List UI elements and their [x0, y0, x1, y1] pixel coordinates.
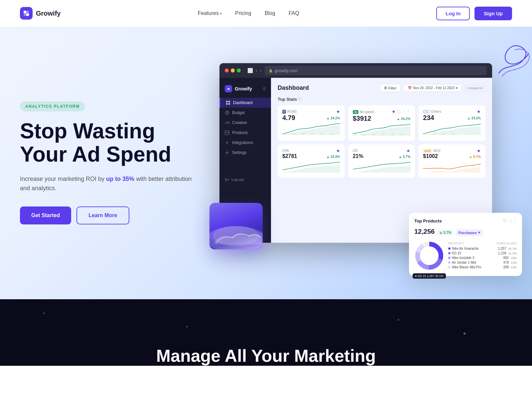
- nav-faq[interactable]: FAQ: [289, 10, 299, 16]
- svg-point-10: [226, 152, 228, 153]
- sidebar-item-integrations[interactable]: Integrations: [219, 138, 271, 148]
- cr-value: 21%: [353, 153, 363, 159]
- svg-text:05: 05: [321, 132, 323, 135]
- get-started-button[interactable]: Get Started: [20, 206, 71, 224]
- dropdown-chevron: ▾: [478, 230, 480, 235]
- cpa-change: ▲ 24.9%: [327, 155, 340, 159]
- orders-value: 234: [423, 114, 434, 122]
- star-dot-3: [398, 319, 399, 321]
- donut-tooltip: ● KD 15 1,257 30.1%: [413, 273, 446, 279]
- chevron-down-icon: ▾: [220, 12, 222, 15]
- filter-button[interactable]: ⊞ Filter: [380, 84, 401, 92]
- top-stats-label: Top Stats ⓘ: [278, 97, 485, 102]
- app-name: Growify: [235, 86, 252, 91]
- orders-change: ▲ 24.2%: [467, 116, 481, 120]
- cr-label: CR: [353, 149, 357, 153]
- cloud-svg: [213, 228, 263, 244]
- svg-text:01: 01: [424, 132, 426, 135]
- dot-5: [448, 266, 451, 268]
- svg-text:03: 03: [443, 132, 445, 135]
- floating-image-card: [209, 203, 263, 249]
- purchases-dropdown[interactable]: Purchases ▾: [456, 229, 483, 236]
- signup-button[interactable]: Sign Up: [474, 7, 512, 20]
- bottom-section: Manage All Your Marketing: [0, 299, 532, 366]
- tp-info-icon: ⓘ: [503, 218, 507, 224]
- budget-icon: [225, 110, 229, 115]
- chevron-icon: ▾: [456, 86, 458, 90]
- login-button[interactable]: Log In: [436, 7, 470, 20]
- orders-label: ⬡⬡ Orders: [423, 109, 441, 114]
- svg-text:04: 04: [381, 133, 384, 136]
- svg-rect-0: [24, 11, 26, 13]
- star-icon5: ★: [406, 148, 410, 153]
- sidebar-item-products[interactable]: Products: [219, 128, 271, 138]
- svg-text:01: 01: [283, 132, 286, 135]
- svg-rect-3: [24, 13, 26, 16]
- app-logo-small: ≋: [225, 85, 232, 92]
- dashboard-mockup: ⬜ ‹ › 🔒 growify.com ≋ Growify ≡: [219, 50, 512, 276]
- integrations-icon: [225, 140, 229, 145]
- minimize-dot: [231, 68, 235, 72]
- tp-total: 12,256: [414, 228, 435, 235]
- adspend-chart: 01 02 03 04 05 06: [353, 123, 411, 136]
- dashboard-title: Dashboard: [278, 84, 309, 91]
- roas-value: 4.79: [282, 114, 295, 122]
- svg-rect-1: [26, 13, 29, 16]
- address-bar: 🔒 growify.com: [265, 66, 487, 75]
- sidebar-item-dashboard[interactable]: Dashboard: [219, 98, 271, 108]
- svg-rect-4: [226, 101, 228, 102]
- nav-pricing[interactable]: Pricing: [235, 10, 251, 16]
- sidebar-item-creative[interactable]: Creative: [219, 118, 271, 128]
- brand-name: Growify: [36, 10, 61, 17]
- donut-chart-container: ● KD 15 1,257 30.1%: [414, 241, 444, 271]
- more-icon: ⋮⋮: [402, 109, 410, 115]
- aov-value: $1002: [423, 153, 438, 159]
- stat-card-cpa: CPA ★ $2781 ▲ 24.9%: [278, 144, 345, 178]
- aov-label: AOV AOV: [423, 149, 441, 153]
- svg-point-33: [421, 247, 438, 264]
- hero-subtitle: Increase your marketing ROI by up to 35%…: [20, 174, 193, 194]
- stat-card-roas: f ROAS ★ 4.79 ▲ 24.2%: [278, 105, 345, 141]
- maximize-dot: [237, 68, 241, 72]
- stat-card-cr: CR ★ 21% ▲ 5.7%: [348, 144, 415, 178]
- star-icon: ★: [336, 109, 340, 114]
- product-list: PRODUCT PURCHASES Nike Air Huarache 1,25…: [448, 242, 517, 270]
- logout-icon: [225, 178, 229, 182]
- dot-1: [448, 247, 451, 250]
- close-dot: [225, 68, 229, 72]
- calendar-icon: 📅: [408, 86, 412, 90]
- dashboard-controls: ⊞ Filter 📅 Nov 20, 2022 - Feb 12 2023 ▾ …: [380, 84, 485, 92]
- logo-icon: [20, 7, 33, 20]
- browser-bar: ⬜ ‹ › 🔒 growify.com: [219, 63, 492, 78]
- sidebar-logout[interactable]: Log out: [219, 158, 271, 185]
- nav-blog[interactable]: Blog: [265, 10, 275, 16]
- date-range-button[interactable]: 📅 Nov 20, 2022 - Feb 12 2023 ▾: [403, 84, 462, 92]
- nav-links: Features ▾ Pricing Blog FAQ: [198, 10, 299, 16]
- compare-button[interactable]: Compare to: [465, 85, 485, 91]
- svg-text:02: 02: [363, 133, 365, 136]
- cpa-value: $2781: [282, 153, 297, 159]
- star-icon3: ★: [477, 109, 481, 114]
- star-icon2: ★: [392, 109, 396, 115]
- nav-features[interactable]: Features ▾: [198, 10, 222, 16]
- filter-icon: ⊞: [384, 86, 387, 90]
- sidebar-item-settings[interactable]: Settings: [219, 148, 271, 158]
- svg-text:04: 04: [452, 132, 455, 135]
- adspend-value: $3912: [353, 115, 371, 122]
- dot-4: [448, 261, 451, 264]
- logo-link[interactable]: Growify: [20, 7, 61, 20]
- svg-text:02: 02: [433, 132, 436, 135]
- stat-card-aov: AOV AOV ★ $1002 ▲ 5.7%: [418, 144, 485, 178]
- facebook-icon: f: [282, 110, 286, 114]
- aov-chart: [423, 160, 481, 173]
- hero-title: Stop Wasting Your Ad Spend: [20, 119, 193, 166]
- browser-nav-controls: ⬜ ‹ ›: [247, 68, 261, 73]
- sidebar-item-budget[interactable]: Budget: [219, 108, 271, 118]
- dot-2: [448, 252, 451, 254]
- logout-label: Log out: [231, 178, 244, 182]
- cr-chart: [353, 160, 411, 173]
- aov-icon: AOV: [423, 149, 432, 153]
- top-products-title: Top Products: [414, 218, 442, 223]
- products-icon: [225, 130, 229, 135]
- learn-more-button[interactable]: Learn More: [76, 206, 129, 224]
